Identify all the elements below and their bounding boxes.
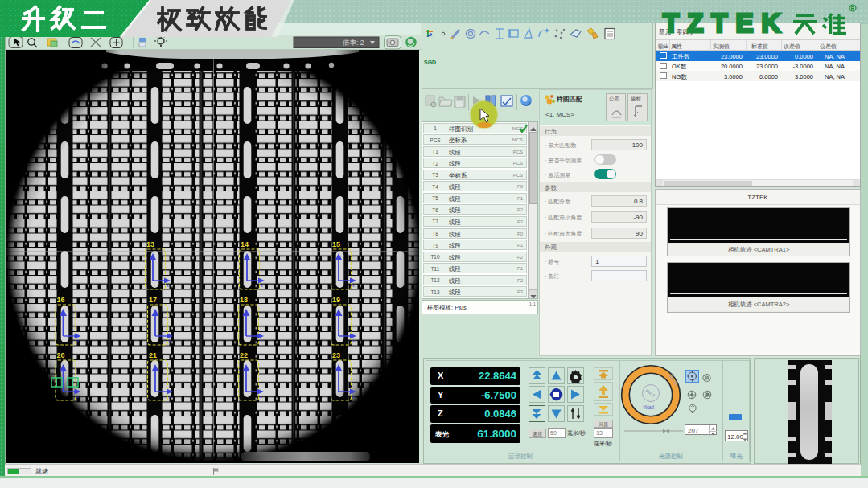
svg-text:17: 17 xyxy=(149,296,157,304)
svg-text:20: 20 xyxy=(57,351,65,359)
svg-text:x: x xyxy=(77,338,80,343)
svg-text:16: 16 xyxy=(57,296,65,304)
svg-text:13: 13 xyxy=(146,240,154,248)
svg-text:18: 18 xyxy=(240,296,248,304)
svg-text:21: 21 xyxy=(149,351,157,359)
svg-text:TZTEK: TZTEK xyxy=(663,8,788,37)
svg-text:19: 19 xyxy=(332,296,340,304)
svg-text:PR-2: PR-2 xyxy=(644,388,656,398)
svg-text:x: x xyxy=(261,283,263,288)
svg-text:x: x xyxy=(169,394,171,399)
svg-text:x: x xyxy=(169,338,171,343)
svg-text:倍率: 2: 倍率: 2 xyxy=(343,39,364,47)
svg-text:x: x xyxy=(77,394,80,399)
svg-text:Wait: Wait xyxy=(643,404,655,410)
svg-text:x: x xyxy=(260,394,262,399)
svg-text:x: x xyxy=(352,338,355,343)
svg-text:15: 15 xyxy=(332,240,340,248)
svg-text:R: R xyxy=(851,6,855,11)
svg-text:23: 23 xyxy=(332,351,340,359)
svg-text:x: x xyxy=(167,283,169,288)
svg-text:x: x xyxy=(260,338,262,343)
svg-text:x: x xyxy=(352,283,355,288)
svg-text:22: 22 xyxy=(240,351,248,359)
svg-text:14: 14 xyxy=(241,240,249,248)
svg-text:x: x xyxy=(352,394,355,399)
